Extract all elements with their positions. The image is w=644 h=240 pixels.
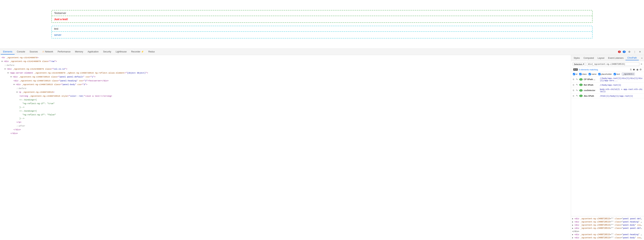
edit-abs-icon[interactable]: ✎ — [576, 94, 578, 97]
devtools-content: <hr _ngcontent-ng-c3142460079> ▼ <div _n… — [0, 55, 644, 240]
abs-count: 1 — [579, 95, 583, 97]
tab-sources[interactable]: Sources — [27, 49, 40, 54]
tree-line[interactable]: ▼ <div _ngcontent-ng-c3408720515 class="… — [0, 75, 571, 79]
tree-line[interactable]: </p> — [0, 120, 571, 124]
copy-icon[interactable]: ⎘ — [630, 68, 632, 71]
more-tabs-chevron[interactable]: » — [640, 56, 643, 60]
tree-line[interactable]: ::before — [0, 87, 571, 90]
tree-line[interactable]: <!--bindings={ — [0, 98, 571, 102]
tree-line[interactable]: <!--bindings={ — [0, 109, 571, 113]
tab-redux[interactable]: Redux — [146, 49, 157, 54]
highlight-icon[interactable]: ◉ — [636, 68, 638, 71]
copy-rel-icon[interactable]: ⎘ — [572, 83, 574, 86]
panel-body-1: Just a test! — [52, 16, 592, 22]
html-preview-line: ▶ <div _ngcontent-ng-c3408720515="" clas… — [572, 236, 643, 239]
tree-line[interactable]: ▼ <div _ngcontent-ng-c3142460079 class="… — [0, 67, 571, 71]
xpath-row-css: ⎘ ✎ 1 cssSelector body:nth-child(2) > ap… — [571, 87, 644, 94]
cb-text[interactable]: text — [614, 73, 620, 75]
devtools-panel: Elements Console Sources ⚠ Network Perfo… — [0, 48, 644, 240]
rel-value: //body/app-root[1] — [600, 84, 621, 86]
cb-name[interactable]: name — [588, 73, 597, 75]
selector-input[interactable] — [587, 62, 639, 66]
html-preview-line: ▶ <div _ngcontent-ng-c3408720515="" clas… — [572, 217, 643, 220]
copy-abs-icon[interactable]: ⎘ — [572, 95, 574, 97]
settings-icon[interactable]: ⚙ — [640, 68, 642, 71]
abs-value: /html[1]/body[1]/app-root[1] — [600, 95, 633, 97]
tree-line[interactable]: }--> — [0, 117, 571, 120]
copy-css-icon[interactable]: ⎘ — [572, 89, 574, 92]
tree-line[interactable]: <div _ngcontent-ng-c3408720515 class="pa… — [0, 79, 571, 83]
warning-icon: ⚠ — [42, 50, 44, 53]
warning-badge: 4 — [623, 51, 626, 53]
tree-line[interactable]: <hr _ngcontent-ng-c3142460079> — [0, 56, 571, 60]
tree-line[interactable]: </div> — [0, 131, 571, 135]
cp-count: 1 — [579, 78, 583, 81]
html-preview-line: ▶ <div _ngcontent-ng-c3408720515="" clas… — [572, 227, 643, 230]
tree-line[interactable]: ▼ <div _ngcontent-ng-c3142460079 class="… — [0, 60, 571, 63]
cb-placeholder[interactable]: placeholder — [598, 73, 612, 75]
edit-css-icon[interactable]: ✎ — [576, 89, 578, 92]
html-preview: ▶ <div _ngcontent-ng-c3408720515="" clas… — [571, 216, 644, 240]
tree-line[interactable]: ▼ <app-server-element _ngcontent-ng-c314… — [0, 71, 571, 75]
css-value: body:nth-child(2) > app-root:nth-child(1… — [600, 88, 642, 93]
tree-line[interactable]: ::before — [0, 63, 571, 67]
xpath-row-rel: ⎘ ✎ 1 Rel XPath //body/app-root[1] — [571, 83, 644, 87]
tree-line[interactable]: "ng-reflect-ng-if": "false" — [0, 113, 571, 117]
tree-line[interactable]: ▼ <p _ngcontent-ng-c3408720515> — [0, 90, 571, 94]
error-badge: 2 — [618, 51, 621, 53]
css-label: cssSelector — [584, 89, 599, 92]
tab-event-listeners[interactable]: Event Listeners — [606, 56, 626, 60]
matching-count: 6 elements matching. — [579, 69, 598, 71]
cb-class[interactable]: class — [579, 73, 587, 75]
tab-lighthouse[interactable]: Lighthouse — [114, 49, 129, 54]
edit-rel-icon[interactable]: ✎ — [576, 83, 578, 86]
rel-count: 1 — [579, 84, 583, 86]
cb-id[interactable]: id — [573, 73, 578, 75]
devtools-tab-bar: Elements Console Sources ⚠ Network Perfo… — [0, 49, 644, 55]
css-count: 1 — [579, 89, 583, 92]
more-icon[interactable]: ⋮ — [633, 50, 637, 54]
tree-line[interactable]: ▼ <div _ngcontent-ng-c3408720515 class="… — [0, 83, 571, 87]
tab-application[interactable]: Application — [85, 49, 101, 54]
chevron-down-icon: ▾ — [583, 63, 584, 65]
right-tab-bar: Styles Computed Layout Event Listeners C… — [571, 55, 644, 61]
tab-layout[interactable]: Layout — [596, 56, 606, 60]
elements-panel[interactable]: <hr _ngcontent-ng-c3142460079> ▼ <div _n… — [0, 55, 571, 240]
xpath-row-abs: ⎘ ✎ 1 Abs XPath /html[1]/body[1]/app-roo… — [571, 94, 644, 98]
edit-cp-icon[interactable]: ✎ — [576, 78, 578, 81]
tab-performance[interactable]: Performance — [56, 49, 73, 54]
tree-line[interactable]: }--> — [0, 106, 571, 109]
tree-line[interactable]: ::after — [0, 124, 571, 128]
tab-security[interactable]: Security — [101, 49, 114, 54]
html-preview-line: </div> — [572, 230, 643, 233]
record-icon[interactable]: ⏺ — [633, 68, 635, 71]
tab-console[interactable]: Console — [14, 49, 27, 54]
html-preview-line: ▶ <div _ngcontent-ng-c3408720515="" clas… — [572, 233, 643, 236]
tab-elements[interactable]: Elements — [1, 49, 14, 54]
tab-computed[interactable]: Computed — [582, 56, 596, 60]
tree-line[interactable]: "ng-reflect-ng-if": "true" — [0, 102, 571, 106]
settings-icon[interactable]: ⚙ — [628, 50, 631, 54]
chropath-panel: Styles Computed Layout Event Listeners C… — [571, 55, 644, 240]
selector-clear-icon[interactable]: ✕ — [640, 63, 642, 66]
tab-network[interactable]: ⚠ Network — [40, 49, 56, 54]
copy-cp-icon[interactable]: ⎘ — [572, 78, 574, 81]
panel-body-2: server — [52, 32, 592, 38]
tree-line[interactable]: </div> — [0, 128, 571, 131]
page-preview: Testserver Just a test! test server — [0, 0, 644, 48]
cp-value: //body/app-root[1]/div[1]/div[1]/div[1]/… — [600, 77, 642, 82]
panel-box-1: Testserver Just a test! — [52, 10, 592, 23]
panel-heading-2: test — [52, 26, 592, 32]
tab-memory[interactable]: Memory — [73, 49, 85, 54]
tab-recorder[interactable]: Recorder ⚡ — [129, 49, 146, 54]
xpath-row-cp: ⎘ ✎ 1 CP XPath ... //body/app-root[1]/di… — [571, 76, 644, 83]
tab-styles[interactable]: Styles — [572, 56, 582, 60]
tree-line[interactable]: <strong _ngcontent-ng-c3408720515 style=… — [0, 94, 571, 98]
abs-label: Abs XPath — [584, 95, 599, 97]
matching-row: 6.0 6 elements matching. ⎘ ⏺ ◉ ⚙ — [571, 67, 644, 72]
html-preview-line: ▶ <div _ngcontent-ng-c3408720515="" clas… — [572, 220, 643, 223]
selector-type-dropdown[interactable]: Selectors ▾ — [572, 62, 586, 66]
tab-chropath[interactable]: ChroPath — [626, 56, 639, 60]
rel-label: Rel XPath — [584, 84, 599, 86]
close-icon[interactable]: ✕ — [638, 50, 642, 54]
